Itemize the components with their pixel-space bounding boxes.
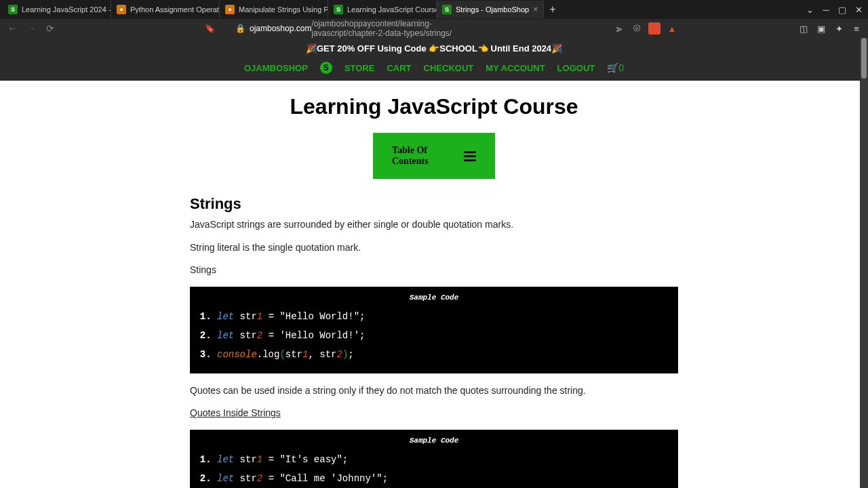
nav-cart[interactable]: CART xyxy=(387,63,411,73)
tab-0[interactable]: SLearning JavaScript 2024 - Ojan xyxy=(3,1,111,18)
code-block-1: Sample Code let str1 = "Hello World!"; l… xyxy=(190,287,678,373)
close-icon[interactable]: × xyxy=(533,5,538,14)
code-title: Sample Code xyxy=(190,291,678,307)
new-tab-button[interactable]: + xyxy=(544,3,561,16)
nav-account[interactable]: MY ACCOUNT xyxy=(486,63,545,73)
toc-label: Table Of Contents xyxy=(392,145,453,167)
site-nav: OJAMBOSHOP S STORE CART CHECKOUT MY ACCO… xyxy=(0,59,868,81)
tab-title: Manipulate Strings Using Pyth xyxy=(239,5,328,14)
tab-title: Learning JavaScript Course - O xyxy=(347,5,437,14)
tab-title: Python Assignment Operators xyxy=(130,5,220,14)
tab-4-active[interactable]: SStrings - OjamboShop× xyxy=(437,1,544,18)
bookmark-icon[interactable]: 🔖 xyxy=(205,24,215,33)
code-line: let str1 = "It's easy"; xyxy=(217,450,678,469)
code-line: console.log(str1, str2); xyxy=(217,345,678,364)
favicon: ● xyxy=(117,5,126,14)
favicon: S xyxy=(8,5,18,14)
lock-icon: 🔒 xyxy=(235,24,245,33)
toolbar-right: ⪢ ⦾ ▲ ◫ ▣ ✦ ≡ xyxy=(613,22,863,35)
chevron-down-icon[interactable]: ⌄ xyxy=(803,3,816,16)
code-line: let str1 = "Hello World!"; xyxy=(217,307,678,326)
hamburger-icon xyxy=(464,151,476,161)
scrollbar-thumb[interactable] xyxy=(861,38,867,79)
url-domain: ojamboshop.com xyxy=(250,24,311,33)
nav-brand[interactable]: OJAMBOSHOP xyxy=(244,63,308,73)
tab-bar: SLearning JavaScript 2024 - Ojan ●Python… xyxy=(0,0,868,19)
favicon: ● xyxy=(225,5,235,14)
tab-title: Learning JavaScript 2024 - Ojan xyxy=(22,5,111,14)
content-area: Learning JavaScript Course Table Of Cont… xyxy=(0,81,868,488)
rss-icon[interactable]: ⦾ xyxy=(631,22,643,35)
tab-1[interactable]: ●Python Assignment Operators xyxy=(111,1,220,18)
code-block-2: Sample Code let str1 = "It's easy"; let … xyxy=(190,430,678,488)
code-line: let str2 = "Call me 'Johnny'"; xyxy=(217,469,678,488)
paragraph: String literal is the single quotation m… xyxy=(190,241,678,255)
back-button[interactable]: ← xyxy=(5,22,19,35)
wallet-icon[interactable]: ▲ xyxy=(666,22,678,35)
favicon: S xyxy=(442,5,452,14)
menu-icon[interactable]: ≡ xyxy=(850,22,863,35)
maximize-icon[interactable]: ▢ xyxy=(835,3,849,16)
code-line: let str2 = 'Hello World!'; xyxy=(217,326,678,345)
table-of-contents-button[interactable]: Table Of Contents xyxy=(373,133,495,179)
window-controls: ⌄ ─ ▢ ✕ xyxy=(803,3,865,16)
close-window-icon[interactable]: ✕ xyxy=(852,3,865,16)
nav-checkout[interactable]: CHECKOUT xyxy=(424,63,474,73)
extensions-icon[interactable]: ✦ xyxy=(833,22,845,35)
forward-button[interactable]: → xyxy=(24,22,38,35)
tab-3[interactable]: SLearning JavaScript Course - O xyxy=(328,1,437,18)
paragraph: Quotes can be used inside a string only … xyxy=(190,384,678,398)
logo-icon: S xyxy=(320,62,332,74)
section-heading: Strings xyxy=(190,195,678,213)
nav-logout[interactable]: LOGOUT xyxy=(557,63,595,73)
tab-2[interactable]: ●Manipulate Strings Using Pyth xyxy=(220,1,328,18)
sidebar-icon[interactable]: ◫ xyxy=(797,22,810,35)
tab-title: Strings - OjamboShop xyxy=(456,5,529,14)
scrollbar[interactable] xyxy=(860,38,868,488)
url-bar[interactable]: 🔖 🔒 ojamboshop.com/ojamboshoppaycontent/… xyxy=(198,19,486,38)
code-title: Sample Code xyxy=(190,434,678,450)
page-viewport: 🎉GET 20% OFF Using Code 👉SCHOOL👈 Until E… xyxy=(0,38,868,488)
browser-toolbar: ← → ⟳ 🔖 🔒 ojamboshop.com/ojamboshoppayco… xyxy=(0,19,868,38)
promo-banner: 🎉GET 20% OFF Using Code 👉SCHOOL👈 Until E… xyxy=(0,38,868,59)
paragraph: Stings xyxy=(190,264,678,277)
brave-shield-icon[interactable] xyxy=(648,22,660,35)
paragraph: JavaScript strings are surrounded by eit… xyxy=(190,218,678,232)
nav-store[interactable]: STORE xyxy=(344,63,375,73)
share-icon[interactable]: ⪢ xyxy=(613,22,625,35)
cart-count: 0 xyxy=(618,62,624,73)
minimize-icon[interactable]: ─ xyxy=(819,3,833,16)
paragraph-link: Quotes Inside Strings xyxy=(190,407,678,420)
favicon: S xyxy=(334,5,343,14)
panel-icon[interactable]: ▣ xyxy=(815,22,827,35)
page-title: Learning JavaScript Course xyxy=(0,94,868,119)
url-path: /ojamboshoppaycontent/learning-javascrip… xyxy=(311,19,479,38)
cart-icon[interactable]: 🛒0 xyxy=(607,62,624,73)
reload-button[interactable]: ⟳ xyxy=(43,22,57,35)
